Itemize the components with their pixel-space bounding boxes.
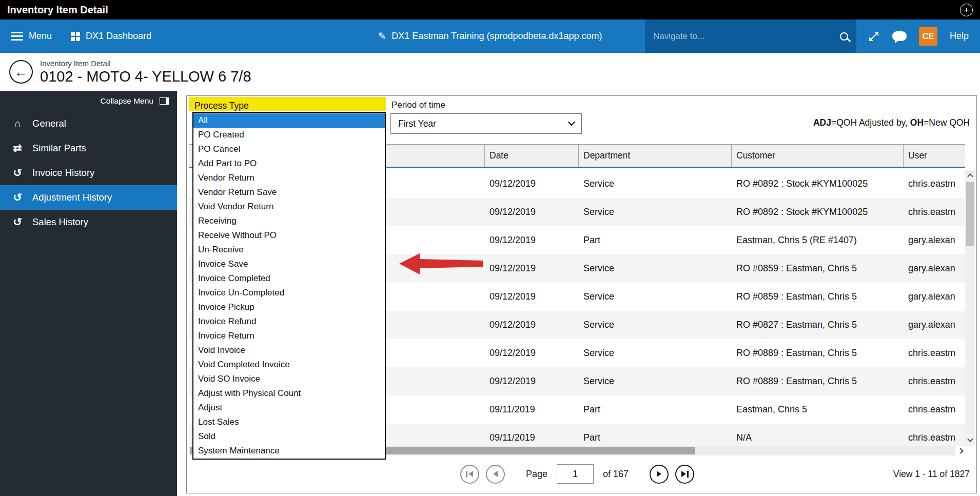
navigate-input[interactable] — [653, 31, 834, 42]
process-type-option[interactable]: Add Part to PO — [193, 156, 385, 171]
prev-page-button[interactable] — [486, 465, 505, 484]
cell-user: chris.eastm — [904, 170, 965, 198]
cell-department: Service — [579, 254, 732, 283]
cell-user: chris.eastm — [904, 198, 965, 226]
process-type-option[interactable]: Invoice Un-Completed — [193, 286, 385, 300]
cell-date: 09/12/2019 — [485, 254, 579, 283]
top-nav-bar: Menu DX1 Dashboard ✎ DX1 Eastman Trainin… — [0, 19, 980, 53]
plus-icon: + — [964, 5, 969, 15]
cell-user: gary.alexan — [904, 283, 965, 311]
process-type-label: Process Type — [189, 97, 386, 111]
navigate-search-box — [645, 19, 856, 53]
cell-customer: RO #0859 : Eastman, Chris 5 — [732, 254, 904, 283]
scroll-right-button[interactable] — [955, 446, 965, 455]
user-avatar[interactable]: CE — [919, 27, 937, 46]
page-header-text: Inventory Item Detail 0102 - MOTO 4- YEL… — [40, 59, 251, 85]
sidebar-item-sales-history[interactable]: ↺ Sales History — [0, 210, 177, 234]
cell-date: 09/12/2019 — [485, 198, 579, 226]
process-type-option[interactable]: PO Created — [193, 128, 385, 142]
legend: ADJ=QOH Adjusted by, OH=New QOH — [813, 117, 970, 128]
cell-date: 09/12/2019 — [485, 283, 579, 311]
breadcrumb: Inventory Item Detail — [40, 59, 251, 68]
process-type-option[interactable]: Vendor Return Save — [193, 185, 385, 200]
process-type-option[interactable]: Invoice Pickup — [193, 300, 385, 314]
cell-customer: N/A — [732, 424, 904, 446]
home-icon: ⌂ — [11, 117, 24, 130]
vertical-scrollbar-thumb[interactable] — [966, 182, 974, 246]
cell-user: chris.eastm — [904, 395, 965, 424]
red-annotation-arrow-icon — [399, 252, 484, 276]
cell-user: gary.alexan — [904, 254, 965, 283]
period-select[interactable]: First Year — [390, 113, 582, 134]
legend-oh-text: =New QOH — [924, 117, 970, 128]
sidebar-item-similar-parts[interactable]: ⇄ Similar Parts — [0, 136, 177, 161]
screen: Inventory Item Detail + Menu DX1 Dashboa… — [0, 0, 980, 496]
legend-adj-text: =QOH Adjusted by, — [831, 117, 910, 128]
collapse-menu-button[interactable]: Collapse Menu — [0, 91, 177, 111]
process-type-option[interactable]: Vendor Return — [193, 171, 385, 185]
dashboard-button[interactable]: DX1 Dashboard — [71, 19, 151, 53]
chat-icon[interactable] — [892, 31, 907, 41]
process-type-option[interactable]: Lost Sales — [193, 415, 385, 429]
process-type-option[interactable]: Void Vendor Return — [193, 200, 385, 214]
vertical-scrollbar[interactable] — [965, 170, 975, 446]
process-type-option[interactable]: System Maintenance — [193, 444, 385, 458]
process-type-option[interactable]: Invoice Return — [193, 329, 385, 343]
column-header-customer[interactable]: Customer — [732, 145, 904, 167]
grid-icon — [71, 32, 80, 41]
sidebar-item-invoice-history[interactable]: ↺ Invoice History — [0, 161, 177, 185]
add-button[interactable]: + — [960, 4, 973, 16]
nav-icons: CE Help — [856, 19, 980, 53]
sidebar-item-label: Adjustment History — [32, 192, 112, 203]
process-type-option[interactable]: Void Completed Invoice — [193, 358, 385, 372]
chevron-down-icon — [967, 437, 973, 442]
cell-department: Part — [579, 226, 732, 254]
cell-user: chris.eastm — [904, 424, 965, 446]
process-type-option[interactable]: All — [193, 113, 385, 128]
menu-label: Menu — [29, 31, 52, 42]
process-type-option[interactable]: Invoice Completed — [193, 271, 385, 286]
view-range-label: View 1 - 11 of 1827 — [893, 469, 970, 480]
column-header-department[interactable]: Department — [579, 145, 732, 167]
pencil-icon: ✎ — [378, 30, 386, 42]
dealership-selector[interactable]: ✎ DX1 Eastman Training (sprodpodbeta.dx1… — [378, 19, 602, 53]
process-type-option[interactable]: Adjust with Physical Count — [193, 386, 385, 401]
process-type-option[interactable]: Sold — [193, 429, 385, 444]
collapse-icon — [160, 97, 169, 105]
sidebar-item-adjustment-history[interactable]: ↺ Adjustment History — [0, 185, 177, 210]
first-page-button[interactable] — [460, 465, 479, 484]
process-type-option[interactable]: Receive Without PO — [193, 228, 385, 243]
process-type-option[interactable]: Receiving — [193, 214, 385, 228]
sidebar-item-label: General — [32, 118, 66, 129]
column-header-user[interactable]: User — [904, 145, 965, 167]
cell-customer: RO #0889 : Eastman, Chris 5 — [732, 339, 904, 367]
scroll-up-button[interactable] — [965, 170, 975, 180]
process-type-option[interactable]: PO Cancel — [193, 142, 385, 156]
similar-parts-icon: ⇄ — [11, 142, 24, 154]
menu-button[interactable]: Menu — [11, 19, 52, 53]
sidebar-item-general[interactable]: ⌂ General — [0, 111, 177, 136]
process-type-option[interactable]: Un-Receive — [193, 243, 385, 257]
period-of-time-label: Period of time — [391, 100, 445, 110]
sidebar-item-label: Sales History — [32, 216, 88, 228]
column-header-date[interactable]: Date — [485, 145, 579, 167]
process-type-option[interactable]: Invoice Refund — [193, 314, 385, 329]
process-type-option[interactable]: Adjust — [193, 401, 385, 415]
cell-date: 09/12/2019 — [485, 339, 579, 367]
cell-customer: RO #0889 : Eastman, Chris 5 — [732, 367, 904, 395]
process-type-option[interactable]: Void SO Invoice — [193, 372, 385, 386]
search-icon[interactable] — [840, 32, 848, 41]
scroll-down-button[interactable] — [965, 436, 975, 445]
cell-user: gary.alexan — [904, 226, 965, 254]
cell-date: 09/12/2019 — [485, 311, 579, 339]
page-label: Page — [526, 469, 547, 480]
last-page-button[interactable] — [675, 465, 694, 484]
process-type-option[interactable]: Invoice Save — [193, 257, 385, 271]
back-button[interactable]: ← — [9, 60, 33, 84]
help-link[interactable]: Help — [950, 31, 969, 42]
next-page-button[interactable] — [650, 465, 669, 484]
page-number-input[interactable] — [557, 464, 594, 484]
process-type-option[interactable]: Void Invoice — [193, 343, 385, 358]
cell-customer: Eastman, Chris 5 — [732, 395, 904, 424]
expand-icon[interactable] — [868, 30, 880, 43]
